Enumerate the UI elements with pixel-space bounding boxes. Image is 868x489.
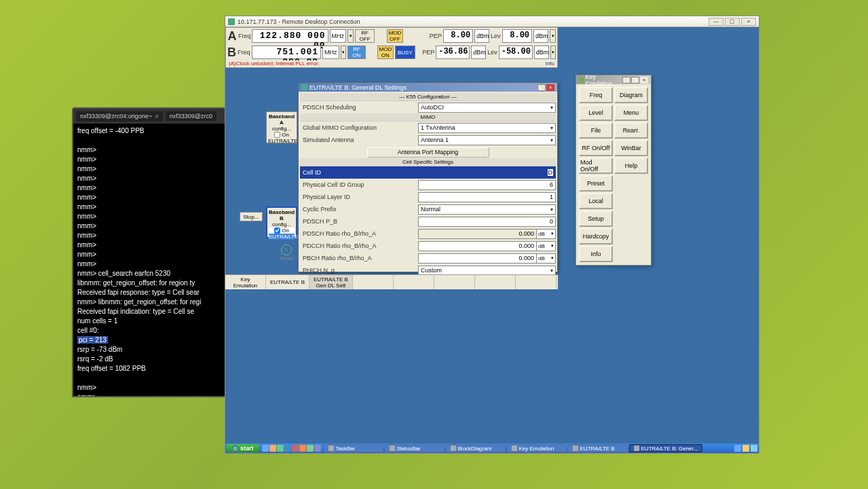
terminal-tab-1[interactable]: nxf33309@zrc04:origone~ × [76, 111, 163, 122]
key-panel-close[interactable]: × [640, 77, 648, 84]
quick-icon[interactable] [269, 445, 276, 452]
freq-b-unit[interactable]: MHz [322, 46, 339, 59]
key-preset[interactable]: Preset [579, 175, 613, 192]
maximize-button[interactable]: ▢ [725, 18, 740, 26]
config-link[interactable]: config... [268, 126, 295, 132]
key-mod-onoff[interactable]: Mod On/Off [579, 158, 613, 174]
tab-gen-dl[interactable]: EUTRA/LTE B Gen DL Sett [309, 275, 353, 289]
task-eutra-b[interactable]: EUTRA/LTE B [568, 444, 628, 452]
key-freq[interactable]: Freq [579, 87, 613, 103]
mimo-config-dropdown[interactable]: 1 TxAntenna [418, 123, 556, 133]
freq-a-unit[interactable]: MHz [330, 29, 347, 43]
tray-icon[interactable] [742, 445, 749, 452]
dialog-titlebar[interactable]: EUTRA/LTE B: General DL Settings _ × [299, 83, 557, 92]
pdsch-pb-input[interactable]: 0 [418, 217, 556, 227]
task-taskbar[interactable]: TaskBar [324, 444, 383, 452]
key-hardcopy[interactable]: Hardcopy [579, 228, 613, 244]
key-file[interactable]: File [579, 122, 613, 139]
rf-off-button[interactable]: RF OFF [355, 29, 375, 43]
key-rf-onoff[interactable]: RF On/Off [579, 140, 613, 156]
freq-b-spinner[interactable]: ▾ [341, 46, 346, 59]
freq-a-input[interactable]: 122.880 000 00 [252, 29, 328, 43]
pep-a-unit: dBm [474, 29, 489, 43]
tab-empty[interactable] [353, 275, 394, 289]
task-key-emulation[interactable]: Key Emulation [507, 444, 567, 452]
key-menu[interactable]: Menu [614, 105, 648, 121]
phys-cell-id-input[interactable]: 6 [418, 180, 556, 190]
key-help[interactable]: Help [614, 158, 648, 174]
quick-icon[interactable] [277, 445, 284, 452]
pdcch-ratio-value[interactable]: 0.000 [418, 241, 537, 251]
tab-empty[interactable] [394, 275, 434, 289]
cyclic-prefix-dropdown[interactable]: Normal [418, 204, 556, 215]
key-rearr[interactable]: Rearr. [614, 122, 648, 139]
close-icon[interactable]: × [155, 113, 159, 120]
lev-b-spinner[interactable]: ▾ [550, 46, 556, 59]
baseband-a-block[interactable]: Baseband A config... On EUTRA/LTE [266, 111, 297, 143]
config-link[interactable]: config... [269, 221, 295, 228]
task-statusbar[interactable]: StatusBar [385, 444, 445, 452]
key-level[interactable]: Level [579, 105, 613, 121]
cell-id-row[interactable]: Cell ID D [300, 166, 556, 179]
pdsch-ratio-value: 0.000 [418, 229, 537, 239]
lev-a-spinner[interactable]: ▾ [550, 29, 556, 43]
freq-a-spinner[interactable]: ▾ [347, 29, 354, 43]
task-eutra-b-gen[interactable]: EUTRA/LTE B: Gener... [629, 444, 703, 452]
key-panel-maximize[interactable]: ▢ [631, 77, 639, 84]
dialog-close-button[interactable]: × [546, 84, 554, 91]
start-button[interactable]: start [227, 444, 259, 452]
close-button[interactable]: × [741, 18, 756, 26]
terminal-tab-2[interactable]: nxf33309@zrc0 [166, 111, 216, 121]
key-panel-titlebar[interactable]: Key Emulation _ ▢ × [576, 75, 651, 84]
marker-icon[interactable]: ↻ [281, 244, 292, 255]
dialog-minimize-button[interactable]: _ [537, 84, 546, 91]
tab-empty[interactable] [516, 275, 556, 289]
tab-key-emulation[interactable]: Key Emulation [225, 275, 266, 289]
rdp-icon [228, 18, 235, 25]
rdp-titlebar[interactable]: 10.171.77.173 - Remote Desktop Connectio… [225, 16, 759, 27]
tab-eutra-b[interactable]: EUTRA/LTE B [266, 275, 309, 289]
mod-on-button[interactable]: MOD ON [377, 46, 394, 59]
cell-id-input[interactable]: D [418, 168, 556, 178]
stop-button[interactable]: Stop... [240, 212, 263, 221]
lev-b-value[interactable]: -58.00 [499, 46, 533, 59]
key-setup[interactable]: Setup [579, 211, 613, 227]
task-blockdiagram[interactable]: BlockDiagram [446, 444, 506, 452]
minimize-button[interactable]: — [709, 18, 723, 26]
tab-empty[interactable] [434, 275, 475, 289]
pep-b-value[interactable]: -36.86 [436, 46, 470, 59]
key-winbar[interactable]: WinBar [614, 140, 648, 156]
mod-off-button[interactable]: MOD OFF [387, 29, 403, 43]
freq-b-input[interactable]: 751.001 000 00 [252, 46, 322, 59]
key-info[interactable]: Info [579, 246, 613, 262]
tray-icon[interactable] [734, 445, 741, 452]
key-panel-minimize[interactable]: _ [622, 77, 630, 84]
tray-icon[interactable] [751, 445, 757, 452]
quick-icon[interactable] [314, 445, 321, 452]
lev-a-value[interactable]: 8.00 [502, 29, 532, 43]
freq-label: Freq [238, 33, 251, 39]
pdcch-ratio-unit[interactable]: dB [537, 241, 556, 251]
baseband-b-on-checkbox[interactable] [274, 228, 280, 234]
pdsch-scheduling-dropdown[interactable]: AutoDCI [418, 103, 556, 113]
info-button[interactable]: Info [546, 60, 554, 67]
antenna-port-mapping-button[interactable]: Antenna Port Mapping [367, 147, 489, 158]
terminal-output[interactable]: freq offset = -400 PPB nmm> nmm> nmm> nm… [73, 124, 225, 396]
pdsch-ratio-unit[interactable]: dB [537, 229, 556, 239]
quick-icon[interactable] [262, 445, 269, 452]
quick-icon[interactable] [307, 445, 314, 452]
key-diagram[interactable]: Diagram [614, 87, 648, 103]
quick-icon[interactable] [284, 445, 291, 452]
quick-icon[interactable] [292, 445, 299, 452]
phys-layer-id-input[interactable]: 1 [418, 192, 556, 202]
pbch-ratio-unit[interactable]: dB [537, 253, 556, 264]
rf-on-button[interactable]: RF ON [347, 46, 366, 59]
baseband-a-on-checkbox[interactable] [274, 132, 280, 138]
key-local[interactable]: Local [579, 193, 613, 209]
pep-a-value[interactable]: 8.00 [443, 29, 473, 43]
baseband-b-block[interactable]: Baseband B config... On EUTRA/LTE [266, 206, 297, 238]
tab-empty[interactable] [475, 275, 516, 289]
sim-antenna-dropdown[interactable]: Antenna 1 [418, 135, 556, 145]
pbch-ratio-value[interactable]: 0.000 [418, 253, 537, 264]
quick-icon[interactable] [299, 445, 306, 452]
